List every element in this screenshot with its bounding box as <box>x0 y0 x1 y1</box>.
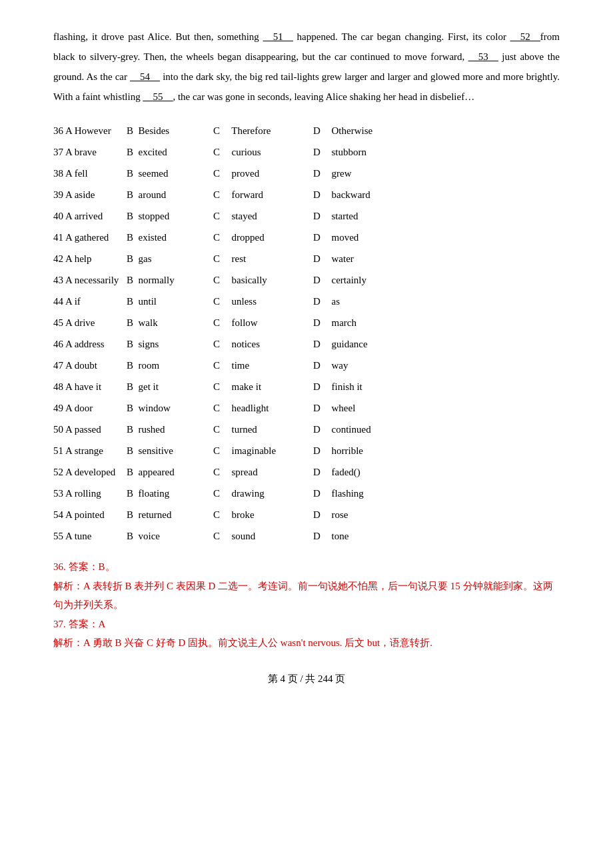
blank-53: __53__ <box>468 51 498 62</box>
q-37-c-label: C <box>213 141 227 163</box>
q-47-c: time <box>227 355 313 376</box>
q-42-c-label: C <box>213 248 227 269</box>
q-41-b: B existed <box>127 227 213 248</box>
q-43-d-label: D <box>313 269 326 291</box>
q-39-b: B around <box>127 184 213 205</box>
answer-36: 36. 答案：B。解析：A 表转折 B 表并列 C 表因果 D 二选一。考连词。… <box>53 557 560 615</box>
analysis-line-37: 解析：A 勇敢 B 兴奋 C 好奇 D 固执。前文说主人公 wasn't ner… <box>53 633 560 653</box>
q-47-d: way <box>326 355 560 376</box>
q-43-b: B normally <box>127 269 213 291</box>
q-num-50: 50 A passed <box>53 419 127 440</box>
q-48-c: make it <box>227 376 313 397</box>
q-num-54: 54 A pointed <box>53 504 127 525</box>
q-51-b: B sensitive <box>127 440 213 461</box>
q-49-c-label: C <box>213 397 227 419</box>
q-55-d: tone <box>326 525 560 547</box>
analysis-line-36: 解析：A 表转折 B 表并列 C 表因果 D 二选一。考连词。前一句说她不怕黑，… <box>53 577 560 615</box>
q-43-c-label: C <box>213 269 227 291</box>
question-row-38: 38 A fell B seemed C proved D grew <box>53 163 560 184</box>
q-36-c: Therefore <box>227 120 313 141</box>
q-49-d: wheel <box>326 397 560 419</box>
q-40-d: started <box>326 205 560 227</box>
q-num-38: 38 A fell <box>53 163 127 184</box>
q-num-40: 40 A arrived <box>53 205 127 227</box>
q-53-c-label: C <box>213 483 227 504</box>
q-47-b: B room <box>127 355 213 376</box>
q-44-d: as <box>326 291 560 312</box>
q-49-b: B window <box>127 397 213 419</box>
q-53-d-label: D <box>313 483 326 504</box>
q-54-b: B returned <box>127 504 213 525</box>
question-row-52: 52 A developed B appeared C spread D fad… <box>53 461 560 483</box>
q-46-d-label: D <box>313 333 326 355</box>
q-46-b: B signs <box>127 333 213 355</box>
q-50-b: B rushed <box>127 419 213 440</box>
q-44-b: B until <box>127 291 213 312</box>
q-55-c-label: C <box>213 525 227 547</box>
q-37-b: B excited <box>127 141 213 163</box>
question-row-49: 49 A door B window C headlight D wheel <box>53 397 560 419</box>
q-45-c: follow <box>227 312 313 333</box>
q-54-d: rose <box>326 504 560 525</box>
q-48-d: finish it <box>326 376 560 397</box>
q-51-c: imaginable <box>227 440 313 461</box>
q-48-b: B get it <box>127 376 213 397</box>
q-num-45: 45 A drive <box>53 312 127 333</box>
q-41-d-label: D <box>313 227 326 248</box>
question-row-51: 51 A strange B sensitive C imaginable D … <box>53 440 560 461</box>
q-num-39: 39 A aside <box>53 184 127 205</box>
q-54-c: broke <box>227 504 313 525</box>
answer-line-37: 37. 答案：A <box>53 615 560 634</box>
q-42-c: rest <box>227 248 313 269</box>
q-37-d-label: D <box>313 141 326 163</box>
q-39-d-label: D <box>313 184 326 205</box>
q-45-c-label: C <box>213 312 227 333</box>
q-39-d: backward <box>326 184 560 205</box>
q-44-c-label: C <box>213 291 227 312</box>
q-36-c-label: C <box>213 120 227 141</box>
q-45-d: march <box>326 312 560 333</box>
q-52-d: faded() <box>326 461 560 483</box>
question-row-40: 40 A arrived B stopped C stayed D starte… <box>53 205 560 227</box>
blank-55: __55__ <box>143 91 173 102</box>
blank-52: __52__ <box>510 31 540 42</box>
q-44-d-label: D <box>313 291 326 312</box>
q-num-52: 52 A developed <box>53 461 127 483</box>
q-num-49: 49 A door <box>53 397 127 419</box>
q-48-d-label: D <box>313 376 326 397</box>
q-54-d-label: D <box>313 504 326 525</box>
q-41-c: dropped <box>227 227 313 248</box>
q-49-c: headlight <box>227 397 313 419</box>
q-42-d: water <box>326 248 560 269</box>
q-38-d: grew <box>326 163 560 184</box>
question-row-42: 42 A help B gas C rest D water <box>53 248 560 269</box>
question-row-43: 43 A necessarily B normally C basically … <box>53 269 560 291</box>
q-55-c: sound <box>227 525 313 547</box>
q-50-d: continued <box>326 419 560 440</box>
question-row-50: 50 A passed B rushed C turned D continue… <box>53 419 560 440</box>
q-num-48: 48 A have it <box>53 376 127 397</box>
q-46-c-label: C <box>213 333 227 355</box>
q-num-43: 43 A necessarily <box>53 269 127 291</box>
question-row-46: 46 A address B signs C notices D guidanc… <box>53 333 560 355</box>
q-48-c-label: C <box>213 376 227 397</box>
q-51-d: horrible <box>326 440 560 461</box>
q-47-c-label: C <box>213 355 227 376</box>
q-num-47: 47 A doubt <box>53 355 127 376</box>
question-row-36: 36 A However B Besides C Therefore D Oth… <box>53 120 560 141</box>
q-num-42: 42 A help <box>53 248 127 269</box>
q-num-46: 46 A address <box>53 333 127 355</box>
q-43-d: certainly <box>326 269 560 291</box>
blank-51: __51__ <box>263 31 293 42</box>
q-45-b: B walk <box>127 312 213 333</box>
q-50-c-label: C <box>213 419 227 440</box>
q-40-d-label: D <box>313 205 326 227</box>
q-51-c-label: C <box>213 440 227 461</box>
q-52-c-label: C <box>213 461 227 483</box>
answers-section: 36. 答案：B。解析：A 表转折 B 表并列 C 表因果 D 二选一。考连词。… <box>53 557 560 653</box>
passage-text: flashing, it drove past Alice. But then,… <box>53 27 560 107</box>
q-38-c: proved <box>227 163 313 184</box>
question-row-44: 44 A if B until C unless D as <box>53 291 560 312</box>
footer-text: 第 4 页 / 共 244 页 <box>268 673 346 684</box>
page-footer: 第 4 页 / 共 244 页 <box>53 673 560 685</box>
